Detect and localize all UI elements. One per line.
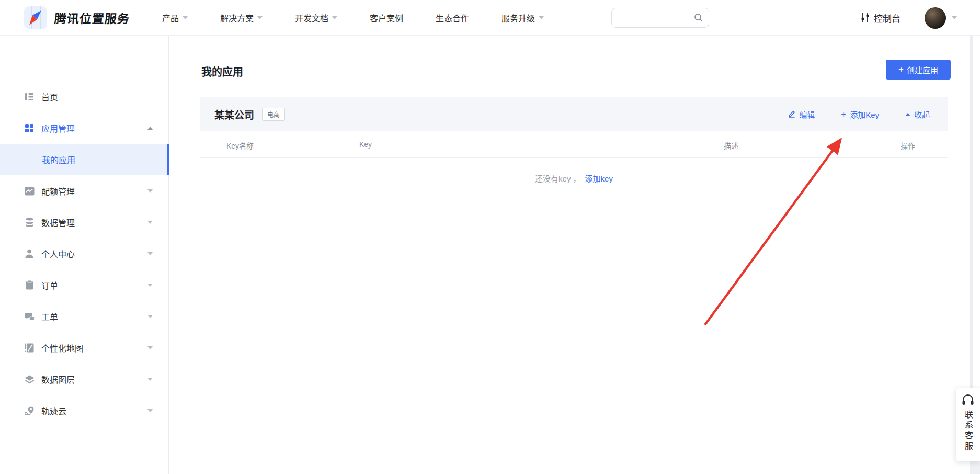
- pencil-icon: [788, 110, 795, 118]
- sidebar-item-data-management[interactable]: 数据管理: [0, 207, 168, 238]
- sidebar-item-orders[interactable]: 订单: [0, 269, 168, 301]
- sidebar-item-label: 订单: [41, 279, 58, 291]
- chevron-down-icon[interactable]: [147, 284, 153, 287]
- nav-item-products[interactable]: 产品: [162, 12, 188, 24]
- create-app-label: 创建应用: [907, 64, 938, 75]
- chevron-down-icon[interactable]: [147, 409, 153, 412]
- avatar[interactable]: [925, 7, 946, 29]
- avatar-chevron-down-icon[interactable]: [952, 16, 957, 19]
- sidebar-item-home[interactable]: 首页: [0, 81, 168, 112]
- category-tag: 电商: [262, 108, 285, 121]
- add-key-link[interactable]: 添加key: [585, 173, 613, 184]
- sidebar-item-personal-center[interactable]: 个人中心: [0, 238, 168, 269]
- chevron-down-icon: [257, 16, 263, 19]
- sidebar-item-label: 个人中心: [41, 247, 75, 260]
- page-title: 我的应用: [201, 64, 243, 79]
- chevron-down-icon[interactable]: [147, 189, 153, 193]
- contact-service-widget[interactable]: 联系客服: [956, 388, 980, 461]
- database-icon: [24, 218, 35, 227]
- sidebar-item-custom-map[interactable]: 个性化地图: [0, 332, 168, 364]
- chevron-down-icon[interactable]: [147, 346, 153, 349]
- sidebar-item-quota-management[interactable]: 配额管理: [0, 175, 168, 207]
- nav-item-cases[interactable]: 客户案例: [370, 12, 403, 24]
- nav-item-label: 开发文档: [295, 12, 328, 24]
- chevron-down-icon: [332, 16, 337, 19]
- search-box[interactable]: [611, 8, 709, 28]
- chevron-down-icon: [539, 16, 544, 19]
- add-key-label: 添加Key: [850, 109, 879, 120]
- console-link[interactable]: 控制台: [861, 0, 901, 36]
- contact-service-label: 联系客服: [962, 410, 974, 452]
- sidebar-item-tickets[interactable]: 工单: [0, 301, 168, 332]
- add-key-button[interactable]: + 添加Key: [841, 109, 879, 120]
- collapse-button[interactable]: 收起: [905, 109, 930, 120]
- nav-item-upgrade[interactable]: 服务升级: [502, 12, 544, 24]
- nav-menu: 产品 解决方案 开发文档 客户案例 生态合作 服务升级: [162, 12, 544, 24]
- top-navbar: 腾讯位置服务 产品 解决方案 开发文档 客户案例 生态合作 服务升级: [0, 0, 980, 36]
- chevron-down-icon[interactable]: [147, 378, 153, 381]
- sidebar-item-label: 我的应用: [42, 153, 75, 166]
- headset-icon: [962, 394, 974, 406]
- nav-item-label: 服务升级: [502, 12, 535, 24]
- nav-item-ecosystem[interactable]: 生态合作: [436, 12, 469, 24]
- sidebar-item-my-apps[interactable]: 我的应用: [0, 144, 168, 175]
- main-content: 我的应用 + 创建应用 某某公司 电商 编辑 + 添加Key: [169, 36, 980, 474]
- nav-item-label: 解决方案: [220, 12, 254, 24]
- edit-button[interactable]: 编辑: [788, 109, 815, 120]
- sidebar-item-label: 轨迹云: [41, 404, 66, 417]
- console-label: 控制台: [874, 12, 901, 25]
- sidebar: 首页 应用管理 我的应用 配额管理: [0, 36, 169, 474]
- nav-item-solutions[interactable]: 解决方案: [220, 12, 263, 24]
- create-app-button[interactable]: + 创建应用: [886, 60, 951, 80]
- brand[interactable]: 腾讯位置服务: [24, 6, 130, 29]
- chart-image-icon: [24, 187, 35, 196]
- location-track-icon: [24, 406, 35, 415]
- search-icon[interactable]: [694, 13, 703, 22]
- plus-icon: +: [898, 64, 904, 75]
- collapse-label: 收起: [914, 109, 930, 120]
- key-table-header: Key名称 Key 描述 操作: [200, 131, 948, 158]
- nav-item-docs[interactable]: 开发文档: [295, 12, 337, 24]
- column-actions: 操作: [901, 140, 915, 151]
- home-list-icon: [24, 92, 35, 101]
- empty-state-row: 还没有key ， 添加key: [200, 158, 948, 198]
- search-input[interactable]: [612, 14, 694, 22]
- chat-bubbles-icon: [24, 312, 35, 321]
- plus-icon: +: [841, 110, 846, 119]
- sidebar-item-track-cloud[interactable]: 轨迹云: [0, 395, 168, 426]
- empty-state-text: 还没有key ，: [535, 173, 581, 184]
- column-key-name: Key名称: [226, 140, 254, 151]
- sidebar-item-data-layers[interactable]: 数据图层: [0, 364, 168, 395]
- nav-item-label: 客户案例: [370, 12, 403, 24]
- grid-icon: [24, 123, 35, 133]
- application-card: 某某公司 电商 编辑 + 添加Key 收起: [200, 97, 948, 198]
- column-description: 描述: [724, 140, 738, 151]
- sidebar-item-label: 数据图层: [41, 373, 75, 386]
- clipboard-icon: [24, 280, 35, 290]
- card-header: 某某公司 电商 编辑 + 添加Key 收起: [200, 97, 948, 131]
- brand-name: 腾讯位置服务: [54, 9, 131, 27]
- sidebar-item-label: 个性化地图: [41, 342, 83, 354]
- chevron-up-icon: [905, 113, 910, 116]
- card-actions: 编辑 + 添加Key 收起: [788, 109, 930, 120]
- layers-icon: [24, 375, 35, 384]
- sidebar-item-label: 数据管理: [41, 216, 75, 229]
- chevron-down-icon[interactable]: [147, 252, 153, 255]
- edit-label: 编辑: [799, 109, 815, 120]
- chevron-down-icon[interactable]: [147, 315, 153, 318]
- chevron-down-icon[interactable]: [147, 221, 153, 224]
- chevron-up-icon[interactable]: [147, 127, 153, 130]
- sliders-icon: [861, 13, 870, 23]
- nav-item-label: 产品: [162, 12, 179, 24]
- company-name: 某某公司: [214, 107, 254, 121]
- person-icon: [24, 249, 35, 258]
- sidebar-item-label: 工单: [41, 310, 58, 323]
- sidebar-item-label: 首页: [41, 91, 58, 103]
- chevron-down-icon: [183, 16, 188, 19]
- scrollbar-corner: [970, 461, 980, 474]
- sidebar-item-app-management[interactable]: 应用管理: [0, 112, 168, 144]
- custom-map-icon: [24, 343, 35, 353]
- sidebar-item-label: 应用管理: [41, 122, 75, 134]
- column-key: Key: [359, 140, 372, 149]
- nav-item-label: 生态合作: [436, 12, 469, 24]
